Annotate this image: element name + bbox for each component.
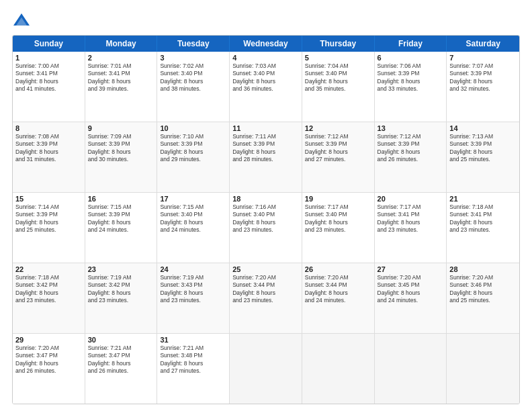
day-number: 25 [232, 265, 299, 273]
day-info: Sunrise: 7:12 AMSunset: 3:39 PMDaylight:… [378, 133, 444, 164]
day-number: 26 [305, 265, 371, 273]
day-number: 7 [449, 54, 517, 62]
day-info: Sunrise: 7:04 AMSunset: 3:40 PMDaylight:… [305, 62, 371, 93]
day-cell-19: 19Sunrise: 7:17 AMSunset: 3:40 PMDayligh… [302, 193, 375, 263]
day-info: Sunrise: 7:13 AMSunset: 3:39 PMDaylight:… [449, 133, 517, 164]
day-cell-31: 31Sunrise: 7:21 AMSunset: 3:48 PMDayligh… [157, 334, 230, 404]
header-day-saturday: Saturday [447, 36, 519, 52]
calendar-row-2: 8Sunrise: 7:08 AMSunset: 3:39 PMDaylight… [13, 122, 519, 193]
day-number: 20 [378, 195, 444, 203]
day-info: Sunrise: 7:11 AMSunset: 3:39 PMDaylight:… [232, 133, 299, 164]
day-cell-28: 28Sunrise: 7:20 AMSunset: 3:46 PMDayligh… [447, 263, 519, 333]
day-info: Sunrise: 7:01 AMSunset: 3:41 PMDaylight:… [88, 62, 154, 93]
calendar-row-1: 1Sunrise: 7:00 AMSunset: 3:41 PMDaylight… [13, 52, 519, 122]
day-number: 16 [88, 195, 154, 203]
day-number: 22 [15, 265, 82, 273]
day-info: Sunrise: 7:12 AMSunset: 3:39 PMDaylight:… [305, 133, 371, 164]
day-cell-5: 5Sunrise: 7:04 AMSunset: 3:40 PMDaylight… [302, 52, 375, 122]
day-info: Sunrise: 7:21 AMSunset: 3:48 PMDaylight:… [160, 345, 226, 375]
day-cell-20: 20Sunrise: 7:17 AMSunset: 3:41 PMDayligh… [375, 193, 447, 263]
day-info: Sunrise: 7:20 AMSunset: 3:45 PMDaylight:… [378, 274, 444, 305]
header-day-thursday: Thursday [302, 36, 375, 52]
day-number: 12 [305, 124, 371, 132]
day-number: 3 [160, 54, 226, 62]
header-day-sunday: Sunday [13, 36, 85, 52]
day-cell-21: 21Sunrise: 7:18 AMSunset: 3:41 PMDayligh… [447, 193, 519, 263]
day-cell-27: 27Sunrise: 7:20 AMSunset: 3:45 PMDayligh… [375, 263, 447, 333]
day-cell-9: 9Sunrise: 7:09 AMSunset: 3:39 PMDaylight… [85, 122, 158, 192]
header-day-friday: Friday [375, 36, 447, 52]
day-cell-16: 16Sunrise: 7:15 AMSunset: 3:39 PMDayligh… [85, 193, 158, 263]
day-cell-4: 4Sunrise: 7:03 AMSunset: 3:40 PMDaylight… [230, 52, 302, 122]
day-number: 8 [15, 124, 82, 132]
day-info: Sunrise: 7:14 AMSunset: 3:39 PMDaylight:… [15, 203, 82, 234]
day-cell-6: 6Sunrise: 7:06 AMSunset: 3:39 PMDaylight… [375, 52, 447, 122]
day-number: 21 [449, 195, 517, 203]
day-cell-15: 15Sunrise: 7:14 AMSunset: 3:39 PMDayligh… [13, 193, 85, 263]
day-info: Sunrise: 7:19 AMSunset: 3:42 PMDaylight:… [88, 274, 154, 305]
day-cell-3: 3Sunrise: 7:02 AMSunset: 3:40 PMDaylight… [157, 52, 230, 122]
day-number: 29 [15, 336, 82, 344]
empty-cell [447, 334, 519, 404]
day-number: 14 [449, 124, 517, 132]
day-number: 15 [15, 195, 82, 203]
calendar-row-3: 15Sunrise: 7:14 AMSunset: 3:39 PMDayligh… [13, 193, 519, 263]
day-cell-30: 30Sunrise: 7:21 AMSunset: 3:47 PMDayligh… [85, 334, 158, 404]
day-info: Sunrise: 7:15 AMSunset: 3:39 PMDaylight:… [88, 203, 154, 234]
logo-icon [12, 11, 31, 30]
day-number: 23 [88, 265, 154, 273]
day-cell-13: 13Sunrise: 7:12 AMSunset: 3:39 PMDayligh… [375, 122, 447, 192]
day-info: Sunrise: 7:07 AMSunset: 3:39 PMDaylight:… [449, 62, 517, 93]
header-day-tuesday: Tuesday [157, 36, 230, 52]
calendar-row-4: 22Sunrise: 7:18 AMSunset: 3:42 PMDayligh… [13, 263, 519, 334]
header-day-monday: Monday [85, 36, 158, 52]
day-cell-18: 18Sunrise: 7:16 AMSunset: 3:40 PMDayligh… [230, 193, 302, 263]
day-cell-2: 2Sunrise: 7:01 AMSunset: 3:41 PMDaylight… [85, 52, 158, 122]
day-cell-26: 26Sunrise: 7:20 AMSunset: 3:44 PMDayligh… [302, 263, 375, 333]
day-number: 30 [88, 336, 154, 344]
day-cell-14: 14Sunrise: 7:13 AMSunset: 3:39 PMDayligh… [447, 122, 519, 192]
calendar-body: 1Sunrise: 7:00 AMSunset: 3:41 PMDaylight… [13, 52, 519, 404]
day-number: 31 [160, 336, 226, 344]
day-info: Sunrise: 7:18 AMSunset: 3:41 PMDaylight:… [449, 203, 517, 234]
day-info: Sunrise: 7:16 AMSunset: 3:40 PMDaylight:… [232, 203, 299, 234]
day-cell-24: 24Sunrise: 7:19 AMSunset: 3:43 PMDayligh… [157, 263, 230, 333]
day-number: 5 [305, 54, 371, 62]
day-info: Sunrise: 7:17 AMSunset: 3:40 PMDaylight:… [305, 203, 371, 234]
day-info: Sunrise: 7:00 AMSunset: 3:41 PMDaylight:… [15, 62, 82, 93]
empty-cell [230, 334, 302, 404]
day-info: Sunrise: 7:21 AMSunset: 3:47 PMDaylight:… [88, 345, 154, 375]
day-cell-23: 23Sunrise: 7:19 AMSunset: 3:42 PMDayligh… [85, 263, 158, 333]
day-number: 11 [232, 124, 299, 132]
calendar-row-5: 29Sunrise: 7:20 AMSunset: 3:47 PMDayligh… [13, 334, 519, 404]
day-info: Sunrise: 7:08 AMSunset: 3:39 PMDaylight:… [15, 133, 82, 164]
day-info: Sunrise: 7:18 AMSunset: 3:42 PMDaylight:… [15, 274, 82, 305]
day-number: 13 [378, 124, 444, 132]
logo [12, 11, 34, 30]
day-cell-7: 7Sunrise: 7:07 AMSunset: 3:39 PMDaylight… [447, 52, 519, 122]
day-number: 24 [160, 265, 226, 273]
day-info: Sunrise: 7:20 AMSunset: 3:44 PMDaylight:… [305, 274, 371, 305]
day-info: Sunrise: 7:10 AMSunset: 3:39 PMDaylight:… [160, 133, 226, 164]
day-info: Sunrise: 7:03 AMSunset: 3:40 PMDaylight:… [232, 62, 299, 93]
day-number: 19 [305, 195, 371, 203]
day-info: Sunrise: 7:17 AMSunset: 3:41 PMDaylight:… [378, 203, 444, 234]
calendar-header: SundayMondayTuesdayWednesdayThursdayFrid… [13, 36, 519, 52]
day-cell-11: 11Sunrise: 7:11 AMSunset: 3:39 PMDayligh… [230, 122, 302, 192]
day-cell-12: 12Sunrise: 7:12 AMSunset: 3:39 PMDayligh… [302, 122, 375, 192]
header [12, 11, 520, 30]
header-day-wednesday: Wednesday [230, 36, 302, 52]
day-info: Sunrise: 7:15 AMSunset: 3:40 PMDaylight:… [160, 203, 226, 234]
day-number: 9 [88, 124, 154, 132]
day-number: 28 [449, 265, 517, 273]
day-number: 18 [232, 195, 299, 203]
day-info: Sunrise: 7:20 AMSunset: 3:46 PMDaylight:… [449, 274, 517, 305]
day-cell-1: 1Sunrise: 7:00 AMSunset: 3:41 PMDaylight… [13, 52, 85, 122]
day-number: 10 [160, 124, 226, 132]
calendar: SundayMondayTuesdayWednesdayThursdayFrid… [12, 35, 520, 404]
empty-cell [375, 334, 447, 404]
day-cell-22: 22Sunrise: 7:18 AMSunset: 3:42 PMDayligh… [13, 263, 85, 333]
day-info: Sunrise: 7:06 AMSunset: 3:39 PMDaylight:… [378, 62, 444, 93]
day-cell-17: 17Sunrise: 7:15 AMSunset: 3:40 PMDayligh… [157, 193, 230, 263]
day-number: 17 [160, 195, 226, 203]
